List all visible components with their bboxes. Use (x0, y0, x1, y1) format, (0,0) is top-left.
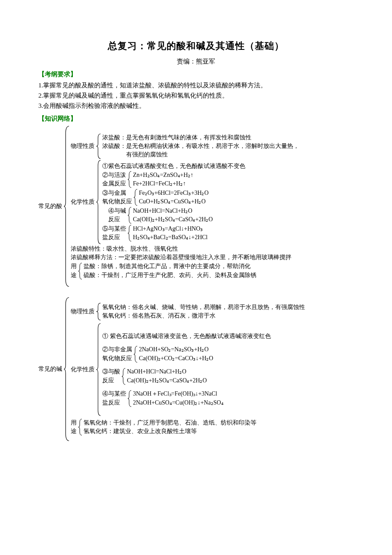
base-chem4-eq2: 2NaOH+CuSO₄=Cu(OH)₂↓+Na₂SO₄ (133, 399, 224, 407)
acid-chem-1: ①紫色石蕊试液遇酸变红色，无色酚酞试液遇酸不变色 (102, 162, 245, 171)
acid-root-label: 常见的酸 (38, 125, 63, 287)
acid-chem5-label: ⑤与某些 盐反应 (102, 224, 127, 242)
acid-phys-label: 物理性质 (71, 133, 95, 159)
base-phys-naoh: 氢氧化钠：俗名火碱、烧碱、苛性钠，易潮解，易溶于水且放热，有强腐蚀性 (102, 303, 305, 312)
section-heading-network: 【知识网络】 (38, 113, 354, 124)
acid-phys-h2so4a: 浓硫酸：是无色粘稠油状液体，有吸水性，易溶于水，溶解时放出大量热， (102, 142, 299, 150)
acid-phys-hcl: 浓盐酸：是无色有刺激性气味的液体，有挥发性和腐蚀性 (102, 133, 299, 142)
outline-item-3: 3.会用酸碱指示剂检验溶液的酸碱性。 (38, 101, 354, 111)
brace-icon (78, 418, 84, 436)
acid-chem5-eq1: HCl+AgNO₃=AgCl↓+HNO₃ (133, 225, 208, 233)
brace-icon (127, 390, 133, 408)
acid-chem4-eq2: Ca(OH)₂+H₂SO₄=CaSO₄+2H₂O (133, 215, 213, 224)
acid-chem3-eq1: Fe₂O₃+6HCl=2FeCl₃+3H₂O (139, 189, 209, 197)
base-chem4-label: ④与某些 盐反应 (102, 390, 127, 408)
acid-chem2-eq2: Fe+2HCl=FeCl₂+H₂↑ (133, 179, 193, 188)
base-chem4-eq1: 3NaOH＋FeCl₃=Fe(OH)₃↓+3NaCl (133, 390, 224, 398)
acid-use1: 盐酸：除锈，制造其他化工产品，胃液中的主要成分，帮助消化 (84, 262, 257, 271)
brace-icon (127, 171, 133, 188)
brace-icon (95, 323, 102, 416)
acid-chem5-eq2: H₂SO₄+BaCl₂=BaSO₄↓+2HCl (133, 233, 208, 242)
section-heading-outline: 【考纲要求】 (38, 69, 354, 79)
base-root-label: 常见的碱 (38, 297, 63, 442)
base-chem3-label: ③与酸 反应 (102, 367, 121, 385)
base-chem3-eq1: NaOH+HCl=NaCl+H₂O (127, 367, 207, 376)
base-chem2-eq1: 2NaOH+SO₂=Na₂SO₃+H₂O (139, 345, 213, 354)
acid-chem3-eq2: CuO+H₂SO₄=CuSO₄+H₂O (139, 197, 209, 206)
brace-icon (63, 125, 71, 287)
brace-icon (121, 367, 127, 385)
acid-use-label: 用 途 (71, 262, 78, 280)
base-diagram: 常见的碱 物理性质 氢氧化钠：俗名火碱、烧碱、苛性钠，易潮解，易溶于水且放热，有… (38, 297, 354, 442)
base-phys-label: 物理性质 (71, 302, 95, 321)
base-chem-label: 化学性质 (71, 323, 95, 416)
brace-icon (63, 297, 71, 442)
base-phys-caoh: 氢氧化钙：俗名熟石灰、消石灰，微溶于水 (102, 312, 305, 320)
acid-phys-h2so4b: 有强烈的腐蚀性 (102, 150, 299, 159)
base-use2: 氢氧化钙：建筑业、农业上改良酸性土壤等 (84, 427, 257, 436)
acid-dilute: 浓硫酸稀释方法：一定要把浓硫酸沿着器壁慢慢地注入水里，并不断地用玻璃棒搅拌 (71, 253, 299, 262)
page-title: 总复习：常见的酸和碱及其通性（基础） (38, 38, 354, 53)
base-chem-1: ① 紫色石蕊试液遇碱溶液变蓝色，无色酚酞试液遇碱溶液变红色 (102, 332, 271, 341)
base-chem2-eq2: Ca(OH)₂+CO₂=CaCO₃↓+H₂O (139, 354, 213, 363)
brace-icon (127, 224, 133, 242)
acid-special: 浓硫酸特性：吸水性、脱水性、强氧化性 (71, 245, 299, 253)
author-line: 责编：熊亚军 (38, 57, 354, 66)
brace-icon (95, 159, 102, 245)
brace-icon (95, 133, 102, 159)
brace-icon (127, 206, 133, 224)
brace-icon (133, 345, 139, 363)
brace-icon (133, 188, 139, 206)
brace-icon (95, 302, 102, 321)
acid-chem-label: 化学性质 (71, 159, 95, 245)
acid-chem2-eq1: Zn+H₂SO₄=ZnSO₄+H₂↑ (133, 171, 193, 179)
acid-use2: 硫酸：干燥剂，广泛用于生产化肥、农药、火药、染料及金属除锈 (84, 271, 257, 280)
brace-icon (78, 262, 84, 280)
acid-chem3-label: ③与金属 氧化物反应 (102, 188, 133, 206)
acid-chem4-eq1: NaOH+HCl=NaCl+H₂O (133, 207, 213, 215)
outline-item-2: 2.掌握常见的碱及碱的通性，重点掌握氢氧化钠和氢氧化钙的性质。 (38, 90, 354, 101)
base-chem3-eq2: Ca(OH)₂+H₂SO₄=CaSO₄+2H₂O (127, 376, 207, 385)
base-chem2-label: ②与非金属 氧化物反应 (102, 345, 133, 363)
base-use-label: 用 途 (71, 418, 78, 436)
acid-chem4-label: ④与碱 反应 (102, 206, 127, 224)
outline-item-1: 1.掌握常见的酸及酸的通性，知道浓盐酸、浓硫酸的特性以及浓硫酸的稀释方法。 (38, 80, 354, 90)
acid-chem2-label: ②与活泼 金属反应 (102, 171, 127, 188)
base-use1: 氢氧化钠：干燥剂，广泛用于制肥皂、石油、造纸、纺织和印染等 (84, 419, 257, 427)
acid-diagram: 常见的酸 物理性质 浓盐酸：是无色有刺激性气味的液体，有挥发性和腐蚀性 浓硫酸：… (38, 125, 354, 287)
